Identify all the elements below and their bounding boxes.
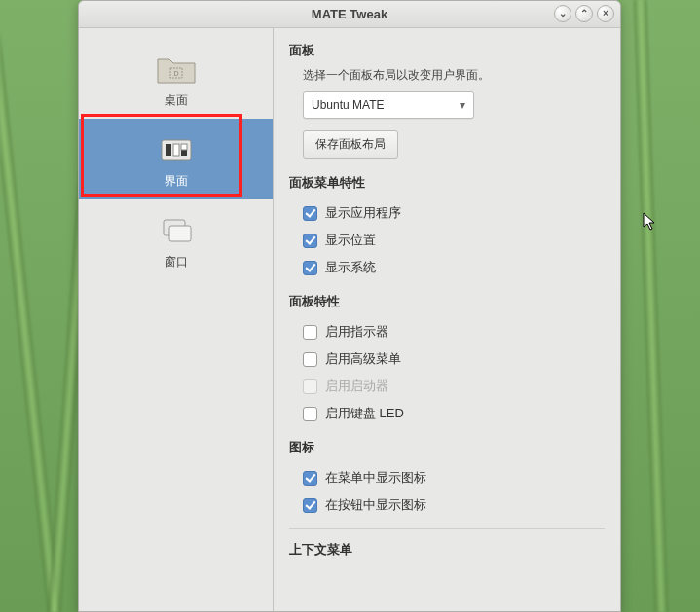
- minimize-button[interactable]: ⌄: [554, 5, 571, 22]
- svg-rect-3: [166, 144, 171, 156]
- layout-dropdown-value: Ubuntu MATE: [312, 98, 384, 112]
- sidebar-item-desktop[interactable]: D 桌面: [79, 38, 273, 119]
- sidebar-item-label: 窗口: [165, 254, 188, 270]
- window-title: MATE Tweak: [312, 7, 387, 21]
- window-stack-icon: [156, 213, 197, 248]
- save-layout-button[interactable]: 保存面板布局: [303, 130, 398, 159]
- section-title-context: 上下文菜单: [289, 541, 605, 558]
- checkbox-icon: [303, 261, 317, 275]
- checkbox-label: 显示应用程序: [325, 204, 401, 222]
- layout-dropdown[interactable]: Ubuntu MATE ▾: [303, 91, 474, 119]
- section-title-icons: 图标: [289, 439, 605, 456]
- checkbox-label: 在菜单中显示图标: [325, 469, 426, 486]
- checkbox-label: 启用启动器: [325, 378, 388, 395]
- checkbox-label: 在按钮中显示图标: [325, 496, 426, 514]
- checkbox-keyboard-led[interactable]: 启用键盘 LED: [289, 400, 605, 427]
- sidebar-item-label: 桌面: [165, 92, 188, 109]
- titlebar[interactable]: MATE Tweak ⌄ ⌃ ×: [79, 1, 620, 28]
- checkbox-label: 启用高级菜单: [325, 350, 401, 368]
- sidebar-item-label: 界面: [165, 173, 188, 190]
- checkbox-icon: [303, 234, 317, 248]
- svg-text:D: D: [173, 70, 178, 77]
- checkbox-label: 显示位置: [325, 232, 376, 249]
- checkbox-label: 启用键盘 LED: [325, 405, 404, 422]
- checkbox-label: 启用指示器: [325, 323, 388, 341]
- sidebar-item-interface[interactable]: 界面: [79, 119, 273, 199]
- sidebar: D 桌面 界面: [79, 28, 274, 611]
- section-title-panel: 面板: [289, 42, 605, 59]
- checkbox-icons-in-button[interactable]: 在按钮中显示图标: [289, 491, 605, 519]
- checkbox-launcher: 启用启动器: [289, 373, 605, 400]
- mate-tweak-window: MATE Tweak ⌄ ⌃ × D 桌面: [78, 0, 621, 612]
- checkbox-advanced-menu[interactable]: 启用高级菜单: [289, 345, 605, 373]
- checkbox-icons-in-menu[interactable]: 在菜单中显示图标: [289, 464, 605, 491]
- close-button[interactable]: ×: [597, 5, 614, 22]
- content-pane: 面板 选择一个面板布局以改变用户界面。 Ubuntu MATE ▾ 保存面板布局…: [274, 28, 620, 611]
- svg-rect-4: [173, 144, 179, 156]
- panel-description: 选择一个面板布局以改变用户界面。: [289, 67, 605, 84]
- chevron-down-icon: ▾: [460, 98, 465, 112]
- checkbox-show-system[interactable]: 显示系统: [289, 254, 605, 281]
- sidebar-item-window[interactable]: 窗口: [79, 199, 273, 280]
- checkbox-show-places[interactable]: 显示位置: [289, 227, 605, 254]
- svg-rect-6: [181, 144, 187, 150]
- desktop-folder-icon: D: [156, 52, 197, 87]
- checkbox-icon: [303, 206, 317, 221]
- checkbox-icon: [303, 379, 317, 394]
- checkbox-icon: [303, 352, 317, 367]
- section-title-panel-menu: 面板菜单特性: [289, 174, 605, 192]
- section-title-panel-feat: 面板特性: [289, 293, 605, 310]
- checkbox-icon: [303, 407, 317, 421]
- interface-sliders-icon: [156, 132, 197, 167]
- checkbox-label: 显示系统: [325, 259, 376, 276]
- checkbox-show-apps[interactable]: 显示应用程序: [289, 199, 605, 227]
- checkbox-icon: [303, 498, 317, 513]
- checkbox-icon: [303, 471, 317, 486]
- separator: [289, 528, 605, 529]
- svg-rect-8: [169, 226, 191, 241]
- checkbox-indicators[interactable]: 启用指示器: [289, 318, 605, 345]
- checkbox-icon: [303, 325, 317, 340]
- maximize-button[interactable]: ⌃: [575, 5, 593, 22]
